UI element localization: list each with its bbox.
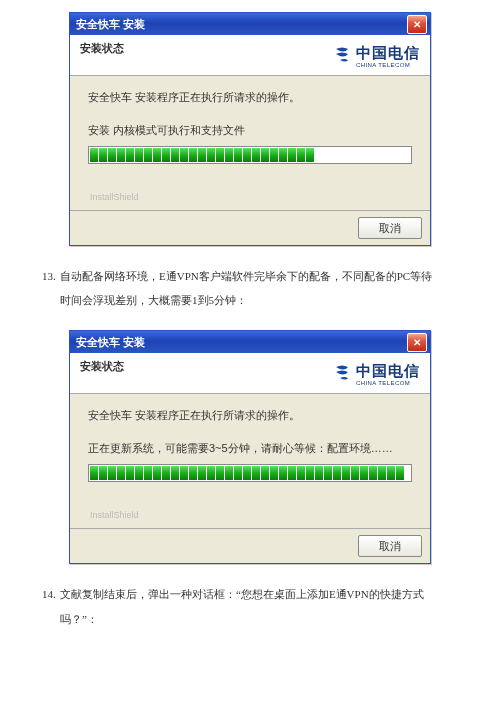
progress-segment [189,466,197,480]
step-number: 14. [42,582,56,606]
content-area: 安全快车 安装程序正在执行所请求的操作。 安装 内核模式可执行和支持文件 Ins… [70,76,430,210]
subheader: 安装状态 中国电信 CHINA TELECOM [70,353,430,394]
progress-segment [234,148,242,162]
progress-segment [315,466,323,480]
content-area: 安全快车 安装程序正在执行所请求的操作。 正在更新系统，可能需要3~5分钟，请耐… [70,394,430,528]
progress-segment [99,148,107,162]
step-body: 文献复制结束后，弹出一种对话框：“您想在桌面上添加E通VPN的快捷方式吗？”： [60,588,424,624]
progress-segment [252,148,260,162]
progress-segment [306,148,314,162]
progress-segment [198,466,206,480]
progress-segment [126,466,134,480]
progress-segment [243,148,251,162]
task-text: 正在更新系统，可能需要3~5分钟，请耐心等候：配置环境…… [88,441,412,456]
progress-segment [396,466,404,480]
progress-segment [225,148,233,162]
progress-segment [324,148,332,162]
status-text: 安全快车 安装程序正在执行所请求的操作。 [88,90,412,105]
brand-text: 中国电信 CHINA TELECOM [356,44,420,68]
progress-segment [342,148,350,162]
progress-segment [252,466,260,480]
china-telecom-logo-icon [332,364,352,384]
brand: 中国电信 CHINA TELECOM [332,362,420,386]
progress-segment [297,148,305,162]
installer-dialog-1: 安全快车 安装 ✕ 安装状态 中国电信 CHINA TELECOM 安全快车 安… [69,12,431,246]
titlebar: 安全快车 安装 ✕ [70,13,430,35]
progress-segment [144,148,152,162]
progress-segment [234,466,242,480]
progress-segment [360,466,368,480]
progress-segment [369,466,377,480]
progress-segment [162,148,170,162]
installshield-watermark: InstallShield [90,192,412,202]
progress-segment [225,466,233,480]
window-title: 安全快车 安装 [76,335,145,350]
titlebar: 安全快车 安装 ✕ [70,331,430,353]
installshield-watermark: InstallShield [90,510,412,520]
progress-segment [144,466,152,480]
progress-segment [153,466,161,480]
progress-segment [108,148,116,162]
china-telecom-logo-icon [332,46,352,66]
progress-segment [351,466,359,480]
brand-cn: 中国电信 [356,44,420,63]
progress-segment [117,148,125,162]
progress-segment [153,148,161,162]
cancel-button[interactable]: 取消 [358,535,422,557]
progress-segment [171,466,179,480]
progress-segment [180,466,188,480]
subheader: 安装状态 中国电信 CHINA TELECOM [70,35,430,76]
progress-segment [90,148,98,162]
step-body: 自动配备网络环境，E通VPN客户端软件完毕余下的配备，不同配备的PC等待时间会浮… [60,270,432,306]
progress-segment [135,148,143,162]
progress-segment [261,148,269,162]
install-status-heading: 安装状态 [80,41,124,56]
progress-segment [171,148,179,162]
progress-segment [297,466,305,480]
brand: 中国电信 CHINA TELECOM [332,44,420,68]
progress-segment [369,148,377,162]
progress-segment [360,148,368,162]
progress-segment [207,466,215,480]
progress-segment [279,148,287,162]
progress-segment [90,466,98,480]
progress-segment [99,466,107,480]
progress-segment [180,148,188,162]
progress-segment [342,466,350,480]
progress-segment [198,148,206,162]
progress-segment [207,148,215,162]
step-number: 13. [42,264,56,288]
brand-text: 中国电信 CHINA TELECOM [356,362,420,386]
progress-segment [387,466,395,480]
progress-segment [243,466,251,480]
progress-segment [315,148,323,162]
progress-segment [216,466,224,480]
brand-en: CHINA TELECOM [356,380,420,386]
progress-segment [108,466,116,480]
progress-segment [378,148,386,162]
progress-segment [333,148,341,162]
task-text: 安装 内核模式可执行和支持文件 [88,123,412,138]
progress-segment [279,466,287,480]
progress-segment [324,466,332,480]
cancel-button[interactable]: 取消 [358,217,422,239]
progress-segment [216,148,224,162]
progress-segment [288,466,296,480]
progress-bar [88,146,412,164]
progress-segment [126,148,134,162]
brand-cn: 中国电信 [356,362,420,381]
progress-segment [288,148,296,162]
step-13-text: 13. 自动配备网络环境，E通VPN客户端软件完毕余下的配备，不同配备的PC等待… [60,264,440,312]
progress-bar [88,464,412,482]
progress-segment [189,148,197,162]
close-icon[interactable]: ✕ [407,333,427,352]
button-bar: 取消 [70,528,430,563]
progress-segment [387,148,395,162]
progress-segment [306,466,314,480]
progress-segment [261,466,269,480]
window-title: 安全快车 安装 [76,17,145,32]
close-icon[interactable]: ✕ [407,15,427,34]
progress-segment [135,466,143,480]
progress-segment [351,148,359,162]
install-status-heading: 安装状态 [80,359,124,374]
